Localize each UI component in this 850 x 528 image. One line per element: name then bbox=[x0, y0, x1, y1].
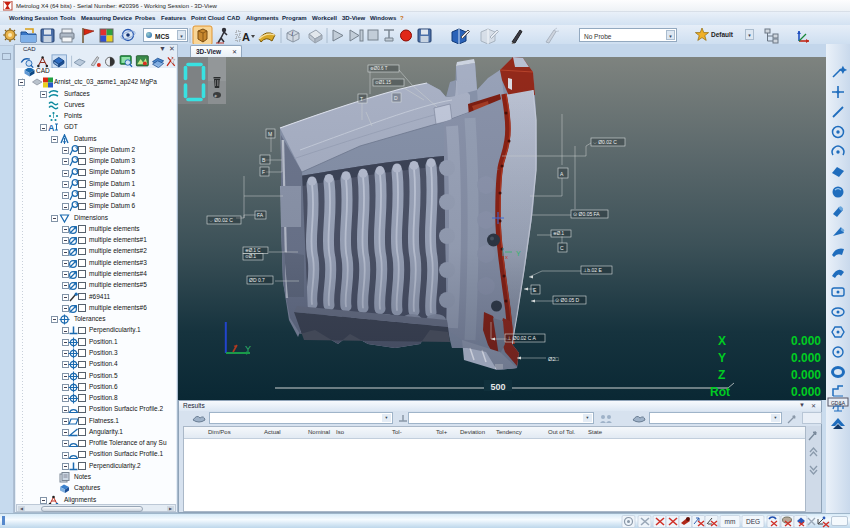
svg-text:500: 500 bbox=[490, 382, 505, 392]
svg-text:A: A bbox=[242, 31, 250, 43]
svg-text:⊕Ø0.6 T: ⊕Ø0.6 T bbox=[370, 66, 388, 71]
svg-text:ØD 0.7: ØD 0.7 bbox=[249, 277, 265, 283]
svg-text:⊙Ø1.15: ⊙Ø1.15 bbox=[375, 80, 392, 85]
svg-text:T: T bbox=[360, 96, 363, 102]
svg-text:D: D bbox=[394, 95, 398, 101]
svg-text:0.000: 0.000 bbox=[791, 334, 821, 348]
svg-text:GD&A: GD&A bbox=[831, 400, 846, 406]
svg-text:⊜Ø.1 C: ⊜Ø.1 C bbox=[245, 248, 261, 253]
svg-text:F: F bbox=[262, 169, 265, 175]
svg-text:⊙ Ø0.05 FA: ⊙ Ø0.05 FA bbox=[573, 211, 600, 217]
svg-text:⊥b.02 E: ⊥b.02 E bbox=[583, 267, 602, 273]
svg-text:DEG: DEG bbox=[746, 518, 760, 525]
svg-text:⊥ Ø0.02 C A: ⊥ Ø0.02 C A bbox=[507, 335, 536, 341]
svg-text:⌵ Ø0.02 C: ⌵ Ø0.02 C bbox=[209, 217, 233, 223]
svg-text:⌵ Ø0.02 C: ⌵ Ø0.02 C bbox=[593, 139, 617, 145]
svg-text:Ø2□: Ø2□ bbox=[548, 356, 559, 362]
svg-text:Z: Z bbox=[718, 368, 725, 382]
svg-text:0.000: 0.000 bbox=[791, 368, 821, 382]
svg-text:X: X bbox=[718, 334, 726, 348]
svg-text:Y: Y bbox=[516, 250, 521, 257]
svg-text:⊙ Ø0.05 D: ⊙ Ø0.05 D bbox=[555, 297, 580, 303]
svg-text:x: x bbox=[505, 254, 508, 260]
svg-text:0.000: 0.000 bbox=[791, 385, 821, 399]
svg-text:Y: Y bbox=[718, 351, 726, 365]
svg-text:⊜Ø.1: ⊜Ø.1 bbox=[553, 231, 565, 236]
svg-text:Rot: Rot bbox=[710, 385, 730, 399]
svg-text:C: C bbox=[560, 245, 564, 251]
svg-text:M: M bbox=[268, 131, 272, 137]
svg-text:0.000: 0.000 bbox=[791, 351, 821, 365]
svg-text:mm: mm bbox=[725, 518, 736, 525]
svg-text:A: A bbox=[48, 123, 55, 133]
svg-text:FA: FA bbox=[257, 212, 264, 218]
svg-text:⊙Ø.1: ⊙Ø.1 bbox=[245, 254, 257, 259]
svg-text:Y: Y bbox=[245, 344, 251, 354]
